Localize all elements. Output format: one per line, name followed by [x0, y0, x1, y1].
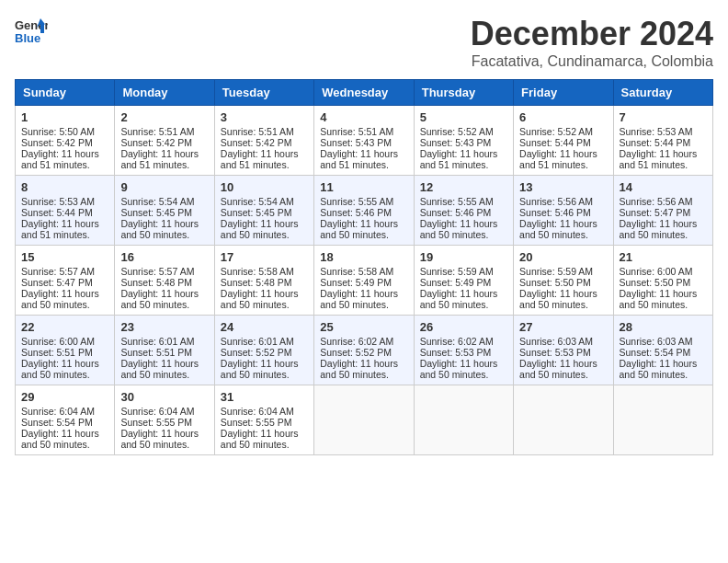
day-info-line: Daylight: 11 hours [221, 148, 308, 159]
day-info-line: Daylight: 11 hours [320, 288, 407, 299]
day-number: 24 [221, 320, 308, 334]
day-info-line: and 50 minutes. [620, 299, 707, 310]
column-header-friday: Friday [514, 80, 613, 106]
day-info-line: Sunrise: 6:02 AM [420, 336, 507, 347]
day-info-line: Sunset: 5:49 PM [420, 277, 507, 288]
day-info-line: Sunset: 5:45 PM [221, 207, 308, 218]
week-row-4: 22Sunrise: 6:00 AMSunset: 5:51 PMDayligh… [16, 316, 713, 385]
calendar-cell: 15Sunrise: 5:57 AMSunset: 5:47 PMDayligh… [16, 246, 115, 316]
calendar-cell: 20Sunrise: 5:59 AMSunset: 5:50 PMDayligh… [514, 246, 613, 316]
day-info-line: Daylight: 11 hours [420, 358, 507, 369]
day-number: 28 [620, 320, 707, 334]
day-info-line: and 50 minutes. [420, 229, 507, 240]
calendar-cell: 5Sunrise: 5:52 AMSunset: 5:43 PMDaylight… [414, 106, 513, 176]
day-info-line: and 50 minutes. [519, 369, 607, 380]
day-info-line: Sunset: 5:51 PM [21, 347, 108, 358]
day-info-line: Sunrise: 5:52 AM [420, 126, 507, 137]
day-info-line: Sunset: 5:47 PM [21, 277, 108, 288]
day-info-line: Daylight: 11 hours [120, 288, 208, 299]
day-info-line: Sunset: 5:44 PM [620, 137, 707, 148]
day-info-line: Sunset: 5:46 PM [519, 207, 607, 218]
day-info-line: Sunset: 5:47 PM [620, 207, 707, 218]
day-number: 22 [21, 320, 108, 334]
day-info-line: Sunrise: 6:01 AM [221, 336, 308, 347]
day-number: 21 [620, 250, 707, 264]
day-number: 18 [320, 250, 407, 264]
day-info-line: Daylight: 11 hours [620, 358, 707, 369]
day-info-line: Sunrise: 5:53 AM [620, 126, 707, 137]
day-info-line: and 51 minutes. [221, 159, 308, 170]
day-number: 15 [21, 250, 108, 264]
day-info-line: Daylight: 11 hours [620, 288, 707, 299]
day-info-line: Sunrise: 5:50 AM [21, 126, 108, 137]
main-title: December 2024 [471, 15, 713, 53]
day-info-line: Sunset: 5:52 PM [320, 347, 407, 358]
day-info-line: and 50 minutes. [519, 229, 607, 240]
day-number: 1 [21, 110, 108, 124]
day-info-line: Sunset: 5:44 PM [21, 207, 108, 218]
day-info-line: and 51 minutes. [21, 229, 108, 240]
calendar-cell [314, 385, 414, 455]
calendar-header: SundayMondayTuesdayWednesdayThursdayFrid… [16, 80, 713, 106]
day-number: 14 [620, 180, 707, 194]
day-info-line: and 50 minutes. [21, 439, 108, 450]
calendar-cell: 17Sunrise: 5:58 AMSunset: 5:48 PMDayligh… [214, 246, 313, 316]
day-info-line: Sunrise: 5:53 AM [21, 196, 108, 207]
day-info-line: Daylight: 11 hours [120, 148, 208, 159]
day-info-line: Sunrise: 6:04 AM [221, 406, 308, 417]
day-info-line: Sunrise: 5:51 AM [221, 126, 308, 137]
day-info-line: Sunset: 5:43 PM [320, 137, 407, 148]
day-info-line: Daylight: 11 hours [221, 428, 308, 439]
day-info-line: Daylight: 11 hours [221, 358, 308, 369]
day-number: 8 [21, 180, 108, 194]
day-info-line: and 50 minutes. [120, 229, 208, 240]
day-info-line: Sunset: 5:48 PM [120, 277, 208, 288]
calendar-cell: 26Sunrise: 6:02 AMSunset: 5:53 PMDayligh… [414, 316, 513, 385]
column-header-tuesday: Tuesday [214, 80, 313, 106]
day-info-line: and 50 minutes. [120, 299, 208, 310]
calendar-cell: 2Sunrise: 5:51 AMSunset: 5:42 PMDaylight… [115, 106, 214, 176]
day-info-line: and 51 minutes. [120, 159, 208, 170]
calendar-cell [613, 385, 712, 455]
day-info-line: Sunrise: 5:55 AM [420, 196, 507, 207]
day-info-line: Sunrise: 6:00 AM [620, 266, 707, 277]
day-info-line: Daylight: 11 hours [21, 218, 108, 229]
day-info-line: and 50 minutes. [120, 369, 208, 380]
day-info-line: and 50 minutes. [620, 369, 707, 380]
calendar-cell: 28Sunrise: 6:03 AMSunset: 5:54 PMDayligh… [613, 316, 712, 385]
day-info-line: and 50 minutes. [221, 229, 308, 240]
day-info-line: Sunset: 5:46 PM [320, 207, 407, 218]
day-info-line: Sunrise: 5:58 AM [221, 266, 308, 277]
day-number: 3 [221, 110, 308, 124]
calendar-cell: 31Sunrise: 6:04 AMSunset: 5:55 PMDayligh… [214, 385, 313, 455]
day-info-line: Daylight: 11 hours [320, 148, 407, 159]
day-info-line: and 50 minutes. [221, 299, 308, 310]
day-info-line: and 50 minutes. [120, 439, 208, 450]
calendar-cell [514, 385, 613, 455]
day-number: 17 [221, 250, 308, 264]
calendar-cell: 12Sunrise: 5:55 AMSunset: 5:46 PMDayligh… [414, 176, 513, 246]
day-info-line: Daylight: 11 hours [21, 288, 108, 299]
logo-icon: General Blue [15, 15, 48, 48]
day-info-line: Daylight: 11 hours [21, 148, 108, 159]
day-info-line: Daylight: 11 hours [120, 428, 208, 439]
day-info-line: Daylight: 11 hours [120, 358, 208, 369]
day-info-line: Daylight: 11 hours [519, 218, 607, 229]
calendar-cell: 16Sunrise: 5:57 AMSunset: 5:48 PMDayligh… [115, 246, 214, 316]
column-header-saturday: Saturday [613, 80, 712, 106]
calendar-cell: 30Sunrise: 6:04 AMSunset: 5:55 PMDayligh… [115, 385, 214, 455]
column-header-thursday: Thursday [414, 80, 513, 106]
day-info-line: Sunrise: 5:52 AM [519, 126, 607, 137]
day-info-line: and 50 minutes. [519, 299, 607, 310]
day-info-line: Sunrise: 6:03 AM [620, 336, 707, 347]
day-number: 27 [519, 320, 607, 334]
day-info-line: and 51 minutes. [320, 159, 407, 170]
header: General Blue December 2024 Facatativa, C… [15, 15, 713, 70]
day-info-line: Daylight: 11 hours [21, 358, 108, 369]
day-info-line: and 50 minutes. [221, 439, 308, 450]
calendar-cell: 1Sunrise: 5:50 AMSunset: 5:42 PMDaylight… [16, 106, 115, 176]
column-header-wednesday: Wednesday [314, 80, 414, 106]
day-number: 13 [519, 180, 607, 194]
day-info-line: and 50 minutes. [221, 369, 308, 380]
day-info-line: Daylight: 11 hours [519, 288, 607, 299]
